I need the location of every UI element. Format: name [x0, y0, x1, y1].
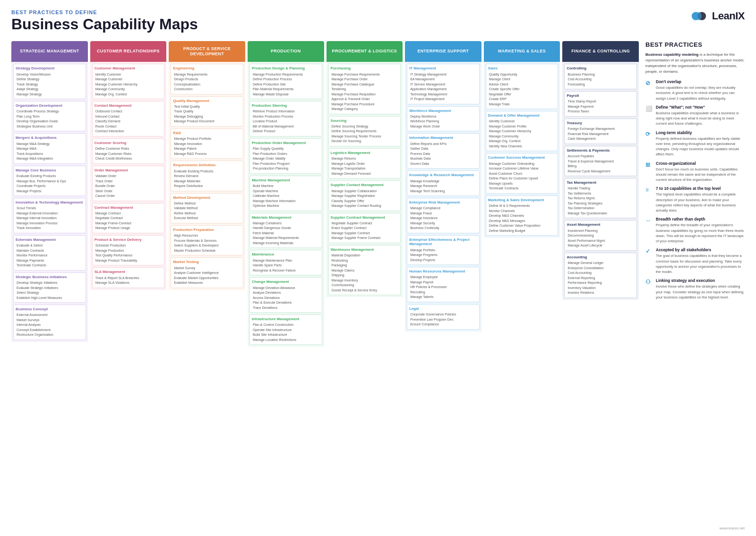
capability-item: Application Management [409, 87, 477, 92]
capability-item: Deliver Product [252, 129, 320, 134]
capability-group-title: Enterprise Risk Management [409, 200, 477, 204]
capability-group-title: Contract Management [94, 205, 163, 210]
column-header-finance: FINANCE & CONTROLLING [562, 41, 639, 62]
capability-item: Travel & Expense Management [567, 159, 635, 164]
capability-item: Workforce Planning [409, 119, 477, 124]
depth-icon: ↔ [645, 217, 653, 225]
capability-item: Cancel Order [94, 194, 163, 199]
capability-item: Commissioning [331, 283, 399, 288]
capability-item: Market Survey [173, 266, 241, 271]
bp-item-title: Long-term stability [656, 130, 745, 135]
capability-item: Manage Customer Onboarding [488, 162, 556, 167]
capability-item: Design Products [173, 77, 241, 82]
capability-group: Logistics ManagementManage ReturnsManage… [328, 148, 401, 179]
capability-item: Outbound Contact [94, 109, 163, 114]
capability-group-title: Customer Management [94, 66, 163, 70]
main-content: STRATEGIC MANAGEMENTStrategy Development… [11, 41, 745, 347]
capability-item: Manage Compliance [409, 206, 477, 211]
capability-item: Master Production Schedule [173, 248, 241, 254]
bp-item-content: Cross-organizationalDon't focus too much… [656, 161, 745, 183]
capability-item: Internal Analysis [16, 323, 84, 328]
capability-group-title: Customer Scoring [94, 141, 163, 145]
capability-group: Tax ManagementHandle TradingTax Settleme… [564, 178, 637, 218]
capability-item: Manage Frame-Contract [94, 221, 163, 226]
capability-item: Adapt Strategy [16, 87, 84, 92]
capability-item: Monitor Performance [16, 253, 84, 258]
capability-item: Manage Location Restrictions [252, 338, 320, 343]
bp-item-text: Good capabilities do not overlap; they a… [656, 85, 745, 101]
column-body-production: Production Design & PlanningManage Produ… [248, 62, 324, 347]
capability-item: External Reporting [567, 276, 635, 281]
capability-item: Plan Supply Quantity [252, 146, 320, 152]
capability-item: Evaluate Market Opportunities [173, 276, 241, 281]
capability-item: Define Sourcing Strategy [331, 124, 399, 129]
capability-item: IT Strategy Management [409, 72, 477, 77]
cross-icon: ⊞ [645, 162, 653, 169]
leanix-logo-icon [689, 9, 708, 23]
capability-item: Concept Establishment [16, 328, 84, 333]
capability-item: Manage Transportation [331, 166, 399, 171]
capability-group-title: Demand & Offer Management [488, 113, 556, 118]
column-enterprise: ENTERPRISE SUPPORTIT ManagementIT Strate… [405, 41, 481, 347]
column-strategic: STRATEGIC MANAGEMENTStrategy Development… [11, 41, 88, 347]
capability-item: Contract Interaction [94, 129, 163, 134]
capability-item: Manage Internal Innovation [16, 216, 84, 221]
capability-item: Manage Production Requirements [252, 72, 320, 77]
capability-item: Manage Supplier Registration [331, 194, 399, 199]
capability-item: Localise Product [252, 119, 320, 124]
capability-item: Route Contact [94, 124, 163, 129]
capability-item: Manage Production [94, 248, 163, 254]
bp-intro: Business capability modeling is a techni… [645, 52, 745, 75]
capability-item: Technology Management [409, 92, 477, 97]
capability-group-title: Workforce Management [409, 109, 477, 113]
capability-item: Restocking [331, 258, 399, 264]
capability-item: Coordinate Projects [16, 184, 84, 189]
capability-group: Requirements DefinitionEvaluate Existing… [171, 161, 243, 191]
capability-item: Pre-production Planning [252, 166, 320, 171]
capability-group-title: Innovation & Technology Management [16, 200, 84, 204]
capability-item: Cost Accounting [567, 271, 635, 276]
capability-item: Packaging [331, 263, 399, 268]
capability-item: Manage Portfolio [409, 248, 477, 253]
capability-item: Negotiate Supplier Contract [331, 221, 399, 226]
capability-item: Manage Trials [488, 102, 556, 107]
bp-item-content: Breadth rather than depthProperly define… [656, 217, 745, 244]
capability-item: Calibrate Machine [252, 194, 320, 199]
capability-group-title: Requirements Definition [173, 163, 241, 167]
capability-item: Qualify Opportunity [488, 72, 556, 77]
column-body-finance: ControllingBusiness PlanningCost Account… [562, 62, 639, 299]
capability-item: Define Marketing Budget [488, 229, 556, 234]
bp-item: ↔Breadth rather than depthProperly defin… [645, 217, 745, 244]
capability-group: Business ConceptExternal AssessmentMarke… [13, 305, 86, 340]
capability-item: Manage Strategy [16, 92, 84, 97]
capability-item: Define Customer Risks [94, 146, 163, 152]
column-header-enterprise: ENTERPRISE SUPPORT [405, 41, 481, 62]
capability-item: Goods Receipt & Service Entry [331, 288, 399, 293]
capability-item: Market Surveys [16, 318, 84, 323]
capability-group-title: Sourcing [331, 119, 399, 123]
capability-item: Select Strategy [16, 290, 84, 296]
capability-item: Test Quality Performance [94, 253, 163, 258]
capability-group-title: Customer Success Management [488, 155, 556, 160]
capability-item: Manage Product Traceability [94, 258, 163, 264]
capability-item: Negotiate Offer [488, 92, 556, 97]
bp-item-title: Define "What"; not "How" [656, 105, 745, 110]
capability-item: Track Quality [173, 109, 241, 114]
capability-group-title: Product & Service Delivery [94, 238, 163, 242]
capability-group-title: Mergers & Acquisitions [16, 136, 84, 140]
capability-group-title: Quality Management [173, 99, 241, 103]
bp-item-content: Don't overlapGood capabilities do not ov… [656, 79, 745, 101]
capability-group-title: Strategic Business Initiatives [16, 275, 84, 279]
capability-item: Manage M&A [16, 146, 84, 152]
capability-item: Manage Incoming Materials [252, 241, 320, 246]
capability-item: Validate Order [94, 174, 163, 179]
capability-group: Materials ManagementManage ContainersHan… [249, 213, 322, 248]
capability-group: Enterprise Risk ManagementManage Complia… [407, 198, 480, 233]
capability-item: Manage Purchase Catalogue [331, 82, 399, 87]
capability-item: Define Strategy [16, 77, 84, 82]
capability-item: Define M & S Requirements [488, 204, 556, 209]
capability-item: Manage Purchase Requisition [331, 92, 399, 97]
capability-item: Investment Planning [567, 229, 635, 234]
capability-item: Manage Requirements [173, 72, 241, 77]
bp-item-text: The highest level capabilities should be… [656, 192, 745, 213]
